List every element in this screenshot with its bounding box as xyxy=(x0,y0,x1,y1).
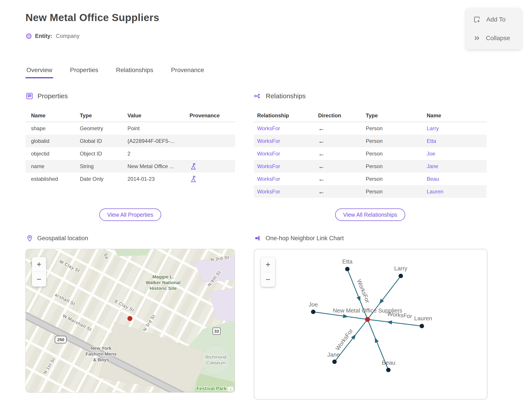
route-shield-33: 33 xyxy=(213,328,220,334)
relationships-icon xyxy=(254,92,262,100)
entity-link[interactable]: Jane xyxy=(423,163,486,169)
tab-relationships[interactable]: Relationships xyxy=(115,67,154,78)
street-label: E Clay St xyxy=(114,299,135,313)
relationship-link[interactable]: WorksFor xyxy=(254,163,315,169)
relationships-table: Relationship Direction Type Name WorksFo… xyxy=(254,108,486,198)
direction-arrow: ← xyxy=(315,150,362,157)
street-label: N 1st St xyxy=(42,357,56,375)
route-shield-250: 250 xyxy=(55,336,66,343)
link-chart: WorksFor WorksFor WorksFor Etta Larry Jo… xyxy=(254,249,487,398)
svg-text:33: 33 xyxy=(214,329,219,334)
prop-name: globalid xyxy=(26,138,74,144)
view-all-relationships-button[interactable]: View All Relationships xyxy=(335,209,405,221)
node-etta[interactable] xyxy=(345,267,350,271)
map-zoom-out-button[interactable]: − xyxy=(32,272,46,287)
map-green-strip xyxy=(114,249,150,256)
col-direction: Direction xyxy=(315,112,362,119)
relationship-link[interactable]: WorksFor xyxy=(254,189,315,195)
entity-link[interactable]: Etta xyxy=(423,138,486,144)
node-label: Joe xyxy=(309,301,318,308)
provenance-flag-icon[interactable] xyxy=(190,175,198,183)
node-center[interactable] xyxy=(365,317,370,322)
node-joe[interactable] xyxy=(311,310,315,314)
table-row: established Date Only 2014-01-23 xyxy=(26,173,235,185)
properties-icon xyxy=(26,92,33,100)
svg-text:Coliseum: Coliseum xyxy=(206,360,226,365)
relationships-section-title: Relationships xyxy=(266,92,306,100)
actions-card: Add To Collapse xyxy=(466,8,521,49)
prop-provenance xyxy=(184,162,235,170)
prop-value: 2 xyxy=(122,151,184,157)
rel-type: Person xyxy=(362,189,423,195)
node-lauren[interactable] xyxy=(420,324,424,328)
rel-type: Person xyxy=(362,138,423,144)
geospatial-section-header: Geospatial location xyxy=(26,235,88,242)
map-marker[interactable] xyxy=(127,316,132,321)
table-row: WorksFor ← Person Joe xyxy=(254,147,486,160)
map-attribution-toggle[interactable]: ‹ xyxy=(228,387,233,392)
view-all-properties-button[interactable]: View All Properties xyxy=(99,209,161,221)
svg-text:New York: New York xyxy=(91,345,112,351)
map-coliseum-circle xyxy=(201,345,231,375)
prop-type: Object ID xyxy=(74,151,122,157)
entity-type: Company xyxy=(56,33,80,39)
relationship-link[interactable]: WorksFor xyxy=(254,138,315,144)
direction-arrow: ← xyxy=(315,188,362,196)
node-label: Etta xyxy=(342,258,353,265)
link-chart-canvas[interactable]: WorksFor WorksFor WorksFor Etta Larry Jo… xyxy=(254,249,487,399)
entity-link[interactable]: Larry xyxy=(423,125,486,132)
svg-text:Richmond: Richmond xyxy=(206,354,226,359)
col-type: Type xyxy=(362,112,423,119)
street-label: arshall St xyxy=(54,292,76,307)
node-label: Jane xyxy=(327,351,340,358)
provenance-flag-icon[interactable] xyxy=(190,162,198,170)
relationship-link[interactable]: WorksFor xyxy=(254,151,315,157)
add-to-button[interactable]: Add To xyxy=(466,14,521,25)
map-overlay: ok Rd W Clay St Sa arshall St W Marshall… xyxy=(26,249,235,392)
table-row: WorksFor ← Person Lauren xyxy=(254,185,486,198)
direction-arrow: ← xyxy=(315,125,362,132)
add-to-icon xyxy=(473,16,481,23)
table-row: WorksFor ← Person Larry xyxy=(254,122,486,135)
entity-link[interactable]: Joe xyxy=(423,151,486,157)
map-pin-icon xyxy=(26,235,33,242)
svg-text:Fashion Mens: Fashion Mens xyxy=(86,351,117,357)
node-jane[interactable] xyxy=(332,359,337,364)
tab-provenance[interactable]: Provenance xyxy=(170,67,205,78)
chart-zoom-out-button[interactable]: − xyxy=(261,272,275,287)
prop-type: Global ID xyxy=(74,138,122,144)
chevrons-right-icon xyxy=(473,35,480,41)
relationship-link[interactable]: WorksFor xyxy=(254,125,315,132)
properties-section-header: Properties xyxy=(26,92,68,100)
entity-link[interactable]: Lauren xyxy=(423,189,486,195)
tab-bar: Overview Properties Relationships Proven… xyxy=(26,67,205,78)
chart-zoom-in-button[interactable]: + xyxy=(261,257,275,272)
node-beau[interactable] xyxy=(386,368,391,372)
node-label: Beau xyxy=(382,359,395,366)
node-larry[interactable] xyxy=(399,274,403,278)
table-row: WorksFor ← Person Jane xyxy=(254,160,486,173)
center-node-label: New Metal Office Suppliers xyxy=(333,307,402,314)
svg-text:250: 250 xyxy=(57,337,64,342)
svg-text:Historic Site: Historic Site xyxy=(150,286,177,291)
map-zoom-control: + − xyxy=(32,257,46,287)
collapse-button[interactable]: Collapse xyxy=(466,33,521,43)
relationships-section-header: Relationships xyxy=(254,92,306,100)
street-label: W Marshall St xyxy=(62,313,93,332)
geospatial-section-title: Geospatial location xyxy=(37,235,88,242)
tab-properties[interactable]: Properties xyxy=(69,67,99,78)
tab-overview[interactable]: Overview xyxy=(26,67,53,78)
map-zoom-in-button[interactable]: + xyxy=(32,257,46,272)
linkchart-section-title: One-hop Neighbor Link Chart xyxy=(266,235,344,242)
linkchart-section-header: One-hop Neighbor Link Chart xyxy=(254,235,344,242)
prop-value: New Metal Office ... xyxy=(122,163,184,169)
relationships-table-header: Relationship Direction Type Name xyxy=(254,108,486,122)
prop-value: 2014-01-23 xyxy=(122,176,184,182)
prop-type: Date Only xyxy=(74,176,122,182)
relationship-link[interactable]: WorksFor xyxy=(254,176,315,182)
map-canvas[interactable]: ok Rd W Clay St Sa arshall St W Marshall… xyxy=(26,249,235,392)
table-row: globalid Global ID {A228944F-0EF5-... xyxy=(26,135,235,147)
festival-park-label: Festival Park xyxy=(196,386,227,391)
prop-value: {A228944F-0EF5-... xyxy=(122,138,184,144)
entity-link[interactable]: Beau xyxy=(423,176,486,182)
